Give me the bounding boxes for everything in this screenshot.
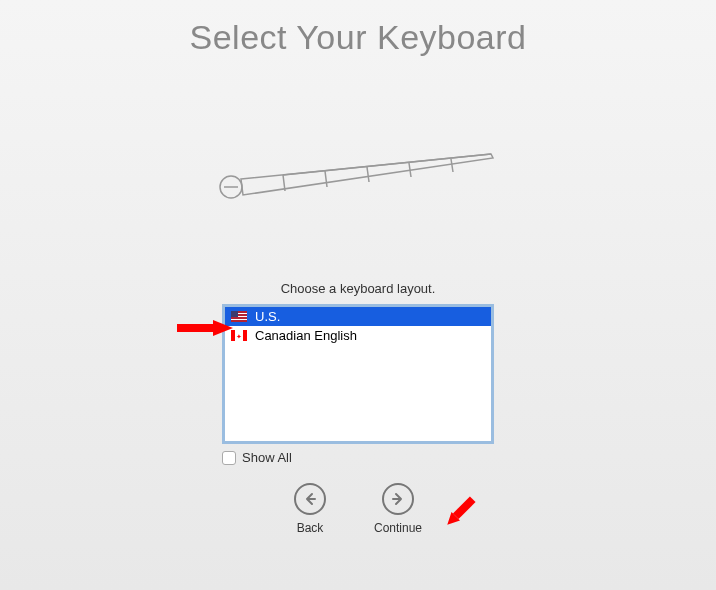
svg-line-6 (451, 159, 453, 172)
list-item-label: Canadian English (255, 328, 357, 343)
continue-button[interactable]: Continue (374, 483, 422, 535)
arrow-left-icon (294, 483, 326, 515)
keyboard-illustration (0, 147, 716, 211)
back-button[interactable]: Back (294, 483, 326, 535)
arrow-right-icon (382, 483, 414, 515)
svg-line-4 (367, 167, 369, 182)
show-all-checkbox[interactable] (222, 451, 236, 465)
instruction-text: Choose a keyboard layout. (0, 281, 716, 296)
page-title: Select Your Keyboard (0, 18, 716, 57)
list-item-label: U.S. (255, 309, 280, 324)
svg-line-5 (409, 163, 411, 177)
show-all-row: Show All (222, 450, 494, 465)
list-item[interactable]: U.S. (225, 307, 491, 326)
svg-rect-8 (177, 324, 213, 332)
keyboard-layout-listbox[interactable]: U.S. ✦ Canadian English (222, 304, 494, 444)
back-label: Back (297, 521, 324, 535)
svg-line-3 (325, 171, 327, 187)
svg-line-7 (283, 154, 491, 175)
show-all-label: Show All (242, 450, 292, 465)
svg-rect-9 (453, 496, 476, 519)
continue-label: Continue (374, 521, 422, 535)
annotation-arrow-icon (175, 316, 235, 344)
nav-buttons: Back Continue (0, 483, 716, 535)
annotation-arrow-icon (440, 492, 480, 536)
list-item[interactable]: ✦ Canadian English (225, 326, 491, 345)
